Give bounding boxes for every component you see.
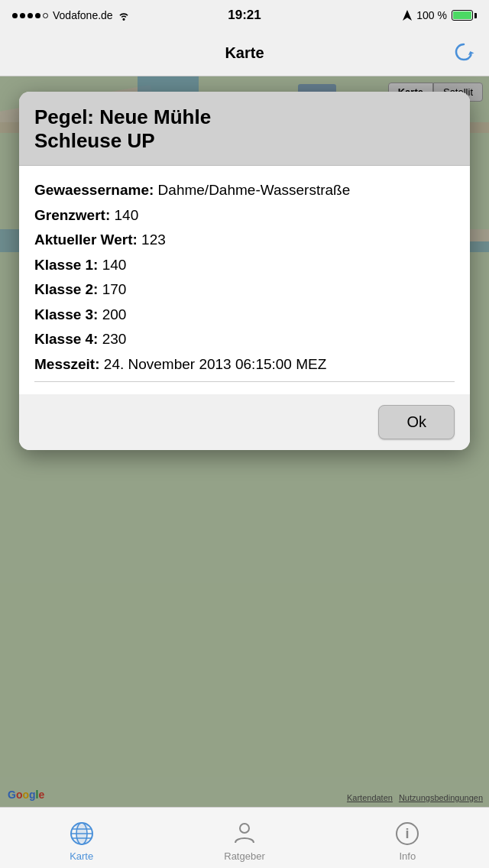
modal-footer: Ok xyxy=(19,394,470,450)
info-messzeit: Messzeit: 24. November 2013 06:15:00 MEZ xyxy=(34,354,455,376)
svg-marker-0 xyxy=(403,10,412,21)
battery-indicator xyxy=(452,10,477,21)
tab-ratgeber[interactable]: Ratgeber xyxy=(163,814,325,862)
info-gewaessername: Gewaessername: Dahme/Dahme-Wasserstraße xyxy=(34,180,455,202)
refresh-button[interactable] xyxy=(452,40,475,66)
tab-info[interactable]: i Info xyxy=(326,814,489,862)
signal-dot-2 xyxy=(20,13,25,18)
modal-body: Gewaessername: Dahme/Dahme-Wasserstraße … xyxy=(19,166,470,394)
info-klasse4: Klasse 4: 230 xyxy=(34,329,455,351)
tab-karte[interactable]: Karte xyxy=(0,814,163,862)
svg-text:i: i xyxy=(406,826,410,841)
page-title: Karte xyxy=(225,44,264,62)
nav-bar: Karte xyxy=(0,31,489,76)
karte-tab-icon xyxy=(68,820,96,847)
info-modal: Pegel: Neue MühleSchleuse UP Gewaesserna… xyxy=(19,92,470,450)
ratgeber-tab-icon xyxy=(231,820,258,847)
carrier-label: Vodafone.de xyxy=(53,9,113,21)
status-left: Vodafone.de xyxy=(12,9,130,21)
info-aktueller-wert: Aktueller Wert: 123 xyxy=(34,229,455,251)
status-time: 19:21 xyxy=(228,8,261,23)
signal-dot-3 xyxy=(28,13,33,18)
status-right: 100 % xyxy=(403,9,477,21)
ratgeber-tab-label: Ratgeber xyxy=(224,850,264,862)
signal-dot-5 xyxy=(43,13,48,18)
svg-rect-7 xyxy=(76,824,88,843)
info-tab-icon: i xyxy=(393,820,421,847)
signal-dots xyxy=(12,13,48,18)
modal-divider xyxy=(34,381,455,382)
info-klasse3: Klasse 3: 200 xyxy=(34,304,455,326)
signal-dot-4 xyxy=(35,13,40,18)
info-klasse1: Klasse 1: 140 xyxy=(34,254,455,277)
status-bar: Vodafone.de 19:21 100 % xyxy=(0,0,489,31)
wifi-icon xyxy=(118,11,130,21)
modal-title: Pegel: Neue MühleSchleuse UP xyxy=(34,105,455,153)
info-klasse2: Klasse 2: 170 xyxy=(34,279,455,301)
battery-percent: 100 % xyxy=(416,9,447,21)
tab-bar: Karte Ratgeber i Info xyxy=(0,807,489,868)
map-area[interactable]: Karte Satellit Google Kartendaten Nutzun… xyxy=(0,76,489,807)
ok-button[interactable]: Ok xyxy=(378,405,455,439)
modal-header: Pegel: Neue MühleSchleuse UP xyxy=(19,92,470,166)
location-icon xyxy=(403,10,412,21)
signal-dot-1 xyxy=(12,13,18,18)
info-grenzwert: Grenzwert: 140 xyxy=(34,205,455,227)
modal-overlay: Pegel: Neue MühleSchleuse UP Gewaesserna… xyxy=(0,76,489,807)
svg-point-8 xyxy=(240,824,249,833)
info-tab-label: Info xyxy=(399,850,416,862)
karte-tab-label: Karte xyxy=(70,850,93,862)
